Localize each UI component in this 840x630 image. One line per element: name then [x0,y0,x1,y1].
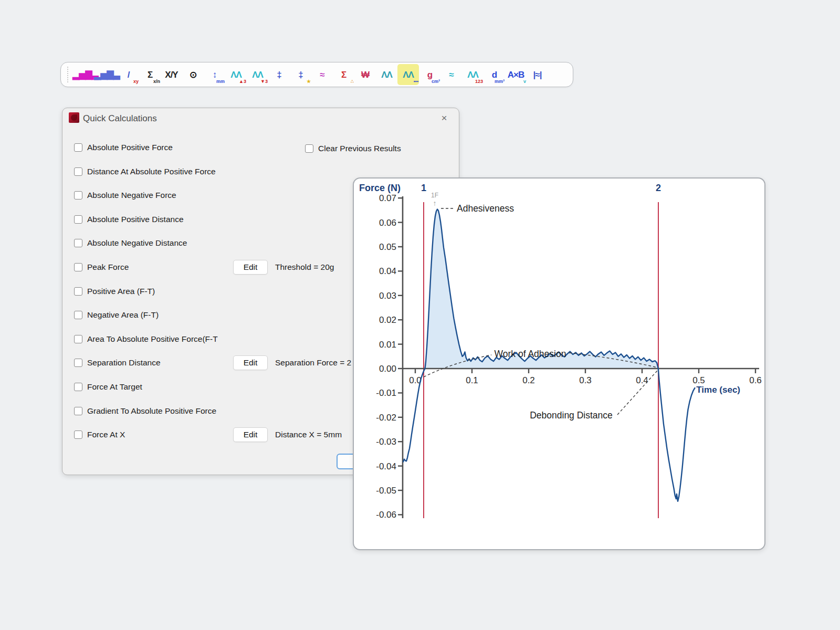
x-axis-title: Time (sec) [696,385,740,395]
label-force-at-x: Force At X [87,430,125,439]
calc-row-absolute-positive-force: Absolute Positive Force [74,140,173,155]
peaks-up3-icon[interactable]: ΛΛ▲3 [225,64,247,85]
checkbox-force-at-x[interactable] [74,430,82,439]
scatter-fit-icon-subscript: ∴ [351,79,354,84]
distance-mm-icon[interactable]: ↕mm [204,64,225,85]
histogram-blue-icon[interactable]: ▂▅▇▃ [96,64,118,85]
ratio-xy-icon[interactable]: X/Y [161,64,182,85]
density-gcm3-icon-glyph: g [427,70,432,79]
checkbox-absolute-positive-distance[interactable] [74,215,82,224]
calc-row-gradient-to-absolute-positive-force: Gradient To Absolute Positive Force [74,403,216,419]
calc-row-force-at-x: Force At X [74,427,125,443]
y-tick-label: -0.05 [376,486,396,496]
peaks-up3-icon-subscript: ▲3 [239,79,246,84]
scatter-fit-icon-glyph: Σ [341,70,346,79]
mean-sigma-icon[interactable]: Σx/n [139,64,161,85]
force-time-chart[interactable]: 120.070.060.050.040.030.020.010.00-0.01-… [354,178,766,551]
dialog-title: Quick Calculations [83,113,157,124]
x-tick-label: 0.4 [636,375,648,385]
force-time-chart-panel: 120.070.060.050.040.030.020.010.00-0.01-… [353,177,765,550]
label-absolute-positive-force: Absolute Positive Force [87,143,173,152]
distance-mm-icon-glyph: ↕ [213,70,217,79]
label-gradient-to-absolute-positive-force: Gradient To Absolute Positive Force [87,406,216,416]
distance-mm3-icon[interactable]: dmm³ [484,64,505,85]
product-axb-icon-glyph: A×B [508,70,524,79]
force-threshold-icon[interactable]: ₩ [354,64,376,85]
gradient-xy-icon[interactable]: /xy [118,64,139,85]
mean-sigma-icon-subscript: x/n [153,79,160,84]
curve-segments-icon[interactable]: ΛΛ [376,64,397,85]
app-logo-icon [69,112,79,123]
checkbox-clear-previous-results[interactable] [305,144,313,153]
checkbox-distance-at-absolute-positive-force[interactable] [74,167,82,176]
peaks-down3-icon[interactable]: ΛΛ▼3 [247,64,268,85]
anchor-label-1: 1 [421,183,426,193]
gradient-xy-icon-subscript: xy [133,79,139,84]
param-peak-force: Threshold = 20g [275,260,334,275]
wave-123-icon[interactable]: ΛΛ123 [462,64,484,85]
smooth-curve-icon-glyph: |≈| [533,70,542,79]
checkbox-peak-force[interactable] [74,263,82,271]
peaks-down3-icon-glyph: ΛΛ [252,70,263,79]
label-positive-area-f-t: Positive Area (F-T) [87,287,155,296]
param-force-at-x: Distance X = 5mm [275,427,342,442]
y-tick-label: -0.03 [376,437,396,447]
edit-button-force-at-x[interactable]: Edit [233,427,268,442]
scatter-fit-icon[interactable]: Σ∴ [333,64,354,85]
line-markers-icon-glyph: ≈ [320,70,324,79]
calc-row-absolute-positive-distance: Absolute Positive Distance [74,212,184,227]
clear-previous-results-row: Clear Previous Results [305,141,401,156]
checkbox-gradient-to-absolute-positive-force[interactable] [74,407,82,415]
param-separation-distance: Separation Force = 2 [275,355,351,370]
label-force-at-target: Force At Target [87,382,142,392]
histogram-magenta-icon[interactable]: ▂▅▇▃ [75,64,96,85]
checkbox-absolute-positive-force[interactable] [74,143,82,152]
crossings-marker-icon[interactable]: ‡★ [290,64,311,85]
crossings-icon[interactable]: ‡ [268,64,290,85]
peaks-up3-icon-glyph: ΛΛ [230,70,242,79]
crossings-marker-icon-subscript: ★ [307,79,311,84]
dialog-titlebar[interactable]: Quick Calculations × [62,108,459,128]
y-tick-label: 0.02 [379,315,396,325]
x-tick-label: 0.5 [692,375,705,385]
y-tick-label: 0.04 [379,266,396,276]
x-tick-label: 0.6 [749,375,762,385]
crossings-icon-glyph: ‡ [277,70,281,79]
clear-previous-results-label: Clear Previous Results [318,144,401,153]
toolbar-grip-handle[interactable] [67,67,69,82]
edit-button-separation-distance[interactable]: Edit [233,355,268,370]
y-tick-label: -0.06 [376,510,396,520]
label-negative-area-f-t: Negative Area (F-T) [87,310,159,320]
adhesion-area-fill [425,209,658,369]
label-absolute-negative-distance: Absolute Negative Distance [87,238,187,248]
y-tick-label: -0.02 [376,413,396,423]
checkbox-area-to-absolute-positive-force-f-t[interactable] [74,335,82,343]
checkbox-absolute-negative-distance[interactable] [74,239,82,247]
product-axb-icon[interactable]: A×Bv [505,64,527,85]
density-gcm3-icon[interactable]: gcm³ [419,64,440,85]
checkbox-negative-area-f-t[interactable] [74,311,82,319]
checkbox-separation-distance[interactable] [74,359,82,367]
wave-123-icon-glyph: ΛΛ [467,70,478,79]
distance-mm-icon-subscript: mm [216,79,225,84]
peaks-down3-icon-subscript: ▼3 [260,79,268,84]
crossings-marker-icon-glyph: ‡ [298,70,302,79]
timer-icon[interactable]: ⊙ [182,64,204,85]
annotation-work-of-adhesion: Work of Adhesion [495,349,566,359]
timer-icon-glyph: ⊙ [190,70,196,79]
checkbox-force-at-target[interactable] [74,383,82,391]
y-tick-label: -0.01 [376,388,396,398]
toolbar-icons: ▂▅▇▃▂▅▇▃/xyΣx/nX/Y⊙↕mmΛΛ▲3ΛΛ▼3‡‡★≈Σ∴₩ΛΛΛ… [75,64,548,85]
edit-button-peak-force[interactable]: Edit [233,260,268,275]
label-absolute-negative-force: Absolute Negative Force [87,191,176,200]
line-markers-icon[interactable]: ≈ [311,64,333,85]
checkbox-positive-area-f-t[interactable] [74,287,82,296]
curve-segments-icon-glyph: ΛΛ [381,70,392,79]
area-peaks-icon[interactable]: ΛΛ▪▪▪ [397,64,419,85]
smooth-curve-icon[interactable]: |≈| [527,64,548,85]
close-icon[interactable]: × [438,112,450,124]
annotation-debonding-distance: Debonding Distance [530,410,613,421]
x-tick-label: 0.3 [579,375,592,385]
checkbox-absolute-negative-force[interactable] [74,191,82,200]
wave-icon[interactable]: ≈ [440,64,462,85]
